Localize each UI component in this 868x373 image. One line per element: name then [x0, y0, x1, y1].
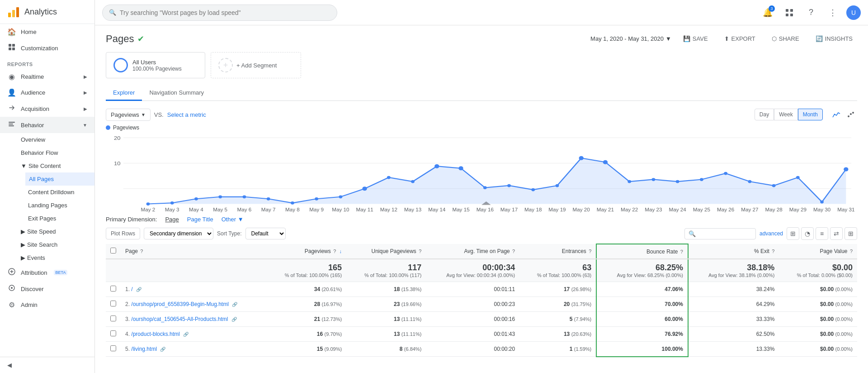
sidebar-item-home[interactable]: 🏠 Home	[0, 24, 94, 40]
sidebar-item-behavior-flow[interactable]: Behavior Flow	[21, 146, 94, 159]
row-page-link[interactable]: /	[131, 286, 132, 292]
external-link-icon[interactable]: 🔗	[231, 317, 237, 322]
col-entrances-header[interactable]: Entrances ?	[519, 244, 596, 259]
export-button[interactable]: ⬆ EXPORT	[720, 33, 760, 45]
avatar[interactable]: U	[846, 5, 861, 20]
col-page-value-header[interactable]: Page Value ?	[779, 244, 857, 259]
pageviews-info-icon[interactable]: ?	[333, 249, 336, 254]
col-pct-exit-header[interactable]: % Exit ?	[688, 244, 779, 259]
page-info-icon[interactable]: ?	[140, 249, 143, 254]
row-pv2-sub: (0.00%)	[835, 331, 853, 337]
scatter-chart-button[interactable]	[844, 108, 857, 121]
line-chart-button[interactable]	[830, 108, 843, 121]
sidebar-item-all-pages[interactable]: All Pages	[25, 172, 95, 186]
row-exit-cell: 33.33%	[688, 312, 779, 327]
pie-view-button[interactable]: ◔	[801, 227, 814, 240]
select-metric-link[interactable]: Select a metric	[167, 111, 206, 118]
pct-exit-info-icon[interactable]: ?	[772, 249, 774, 254]
unique-pv-info-icon[interactable]: ?	[419, 249, 421, 254]
external-link-icon[interactable]: 🔗	[183, 332, 189, 337]
performance-view-button[interactable]: ≡	[816, 227, 828, 240]
svg-rect-6	[12, 48, 15, 50]
sidebar-item-site-content[interactable]: ▼ Site Content	[21, 159, 94, 172]
subtotal-entrances-cell: 63 % of Total: 100.00% (63)	[519, 259, 596, 282]
search-box[interactable]: 🔍	[102, 5, 337, 21]
metric-dropdown[interactable]: Pageviews ▼	[106, 109, 151, 121]
help-icon[interactable]: ?	[803, 5, 819, 21]
more-options-icon[interactable]: ⋮	[825, 5, 841, 21]
avg-time-info-icon[interactable]: ?	[512, 249, 515, 254]
row-page-value-cell: $0.00 (0.00%)	[779, 297, 857, 312]
row-page-link[interactable]: /living.html	[131, 346, 157, 352]
select-all-checkbox[interactable]	[110, 248, 116, 253]
save-button[interactable]: 💾 SAVE	[679, 33, 712, 45]
attribution-icon	[7, 268, 16, 277]
all-users-segment[interactable]: All Users 100.00% Pageviews	[106, 52, 205, 78]
row-checkbox[interactable]	[110, 330, 116, 336]
grid-view-button[interactable]: ⊞	[787, 227, 799, 240]
plot-rows-button[interactable]: Plot Rows	[106, 228, 140, 239]
pivot-view-button[interactable]: ⊞	[844, 227, 857, 240]
sort-type-dropdown[interactable]: Default Weighted	[245, 228, 286, 239]
share-button[interactable]: ⬡ SHARE	[767, 33, 804, 45]
external-link-icon[interactable]: 🔗	[232, 302, 237, 307]
secondary-dimension-dropdown[interactable]: Secondary dimension	[144, 228, 213, 239]
entrances-info-icon[interactable]: ?	[589, 249, 591, 254]
col-unique-pageviews-header[interactable]: Unique Pageviews ?	[346, 244, 426, 259]
sidebar-item-behavior[interactable]: Behavior ▼	[0, 117, 94, 133]
legend-label: Pageviews	[113, 124, 139, 131]
sidebar-item-landing-pages[interactable]: Landing Pages	[28, 199, 94, 212]
sidebar-item-attribution[interactable]: Attribution BETA	[0, 264, 94, 281]
col-bounce-rate-header[interactable]: Bounce Rate ?	[596, 244, 688, 259]
notifications-icon[interactable]: 🔔 3	[760, 5, 776, 21]
tab-navigation-summary[interactable]: Navigation Summary	[142, 86, 211, 101]
sidebar-item-acquisition[interactable]: Acquisition ▶	[0, 100, 94, 117]
table-search-input[interactable]	[698, 230, 752, 237]
add-segment-button[interactable]: + + Add Segment	[211, 52, 301, 78]
day-button[interactable]: Day	[755, 109, 774, 120]
table-search[interactable]: 🔍	[684, 228, 756, 239]
comparison-view-button[interactable]: ⇄	[830, 227, 843, 240]
site-search-expand-icon: ▶	[21, 241, 25, 248]
month-button[interactable]: Month	[798, 109, 823, 120]
advanced-search-link[interactable]: advanced	[760, 230, 783, 237]
col-avg-time-header[interactable]: Avg. Time on Page ?	[426, 244, 519, 259]
sidebar-item-site-speed[interactable]: ▶ Site Speed	[21, 225, 94, 238]
svg-rect-13	[786, 9, 788, 12]
dim-other-link[interactable]: Other ▼	[222, 216, 244, 223]
row-checkbox[interactable]	[110, 301, 116, 306]
week-button[interactable]: Week	[774, 109, 797, 120]
row-page-cell: 5. /living.html 🔗	[121, 342, 267, 357]
sidebar-item-site-search[interactable]: ▶ Site Search	[21, 238, 94, 251]
dim-page-link[interactable]: Page	[165, 216, 179, 223]
sidebar-item-customization[interactable]: Customization	[0, 40, 94, 56]
row-checkbox[interactable]	[110, 286, 116, 292]
row-checkbox[interactable]	[110, 345, 116, 351]
sidebar-item-overview[interactable]: Overview	[21, 133, 94, 146]
dim-page-title-link[interactable]: Page Title	[187, 216, 213, 223]
sidebar-item-realtime[interactable]: ◉ Realtime ▶	[0, 69, 94, 85]
sidebar-item-discover[interactable]: Discover	[0, 281, 94, 297]
search-input[interactable]	[120, 9, 330, 16]
sidebar-item-content-drilldown[interactable]: Content Drilldown	[28, 186, 94, 199]
row-page-link[interactable]: /product-blocks.html	[131, 331, 179, 337]
page-value-info-icon[interactable]: ?	[850, 249, 853, 254]
sidebar-collapse-button[interactable]: ◀	[0, 357, 94, 373]
col-page-header[interactable]: Page ?	[121, 244, 267, 259]
date-range[interactable]: May 1, 2020 - May 31, 2020 ▼	[590, 35, 671, 42]
bounce-rate-info-icon[interactable]: ?	[680, 249, 683, 254]
sidebar-item-exit-pages[interactable]: Exit Pages	[28, 212, 94, 225]
external-link-icon[interactable]: 🔗	[136, 287, 142, 292]
row-ent: 13	[564, 331, 570, 337]
insights-button[interactable]: 🔄 INSIGHTS	[811, 33, 857, 45]
tab-explorer[interactable]: Explorer	[106, 86, 142, 101]
row-checkbox[interactable]	[110, 316, 116, 321]
col-pageviews-header[interactable]: Pageviews ? ↓	[267, 244, 346, 259]
sidebar-item-admin[interactable]: ⚙ Admin	[0, 297, 94, 313]
row-page-link[interactable]: /ourshop/prod_6558399-Begin-Mug.html	[131, 301, 228, 307]
apps-icon[interactable]	[781, 5, 797, 21]
row-page-link[interactable]: /ourshop/cat_1506545-All-Products.html	[131, 316, 228, 322]
sidebar-item-audience[interactable]: 👤 Audience ▶	[0, 85, 94, 100]
sidebar-item-events[interactable]: ▶ Events	[21, 251, 94, 264]
external-link-icon[interactable]: 🔗	[160, 347, 165, 352]
